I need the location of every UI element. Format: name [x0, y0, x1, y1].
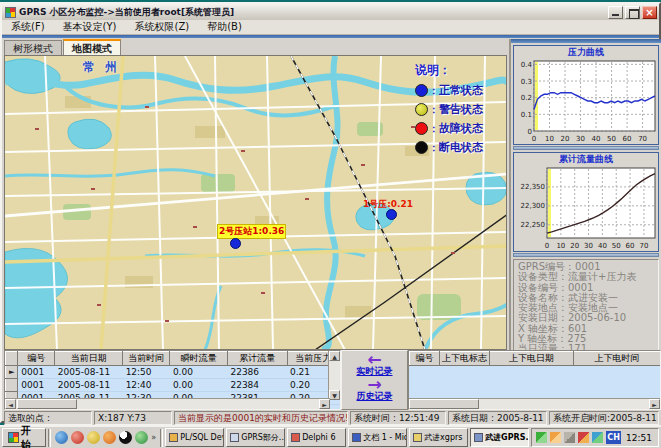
task-icon	[413, 433, 422, 442]
system-tray: CH 12:51	[531, 428, 659, 447]
svg-text:0.3: 0.3	[521, 78, 532, 86]
menu-system[interactable]: 系统(F)	[2, 20, 54, 34]
legend-item-normal: ： 正常状态	[415, 81, 507, 100]
scroll-left-icon[interactable]: ◄	[5, 399, 16, 409]
taskbar-task-gprs-doc[interactable]: GPRS部分....	[226, 428, 285, 447]
legend-item-warning: ： 警告状态	[415, 100, 507, 119]
svg-text:22,250: 22,250	[521, 221, 546, 229]
restore-icon[interactable]	[625, 6, 640, 19]
records-horizontal-scrollbar[interactable]: ◄ ►	[5, 398, 330, 409]
scroll-thumb[interactable]	[17, 399, 77, 409]
device-info-panel: GPRS编号：0001 设备类型：流量计+压力表 设备编号：0001 设备名称：…	[513, 259, 659, 353]
desktop: GPRS 小区分布监控->当前使用者root[系统管理员] × 系统(F) 基本…	[0, 0, 661, 448]
menu-help[interactable]: 帮助(B)	[198, 20, 251, 34]
svg-text:0: 0	[528, 128, 532, 136]
svg-text:0: 0	[545, 242, 549, 250]
legend-item-fault: ： 故障状态	[415, 119, 507, 138]
svg-text:70: 70	[638, 135, 647, 143]
flow-chart: 01020304050607022,25022,30022,350	[514, 165, 660, 250]
legend-title: 说明：	[415, 62, 507, 79]
status-bar: 选取的点： X:187 Y:73 当前显示的是0001的实时和历史记录情况! 系…	[4, 410, 661, 426]
tray-upload-icon[interactable]	[550, 432, 561, 443]
scroll-right-icon[interactable]: ►	[319, 399, 330, 409]
tray-sync-icon[interactable]	[536, 432, 547, 443]
task-icon	[291, 433, 300, 442]
task-icon	[352, 433, 361, 442]
taskbar-divider	[160, 429, 163, 447]
notes-icon[interactable]	[87, 431, 100, 444]
scroll-down-icon[interactable]: ▼	[329, 390, 340, 400]
ie-icon[interactable]	[55, 431, 68, 444]
realtime-arrow-icon[interactable]: ←	[342, 352, 407, 366]
svg-text:30: 30	[584, 242, 593, 250]
qq-icon[interactable]	[119, 431, 132, 444]
scroll-right-icon[interactable]: ►	[649, 399, 660, 409]
flow-chart-panel: 累计流量曲线 01020304050607022,25022,30022,350	[513, 152, 659, 252]
scroll-thumb[interactable]	[409, 399, 479, 409]
tray-volume-icon[interactable]	[564, 432, 575, 443]
map-city-label: 常州	[83, 59, 127, 76]
svg-text:50: 50	[612, 242, 621, 250]
taskbar-task-word-doc[interactable]: 文档 1 - Mic...	[348, 428, 407, 447]
taskbar-divider	[48, 429, 51, 447]
marker-label-station2[interactable]: 2号压站1:0.36	[217, 224, 286, 239]
svg-text:22,300: 22,300	[521, 202, 546, 210]
legend-item-poweroff: ： 断电状态	[415, 138, 507, 157]
title-bar[interactable]: GPRS 小区分布监控->当前使用者root[系统管理员] ×	[2, 4, 659, 20]
taskbar-task-delphi[interactable]: Delphi 6	[287, 428, 346, 447]
status-sys-date: 系统日期：2005-8-11	[448, 411, 547, 425]
svg-text:22,350: 22,350	[521, 183, 546, 191]
flashget-icon[interactable]	[135, 431, 148, 444]
records-table: 编号 当前日期 当前时间 瞬时流量 累计流量 当前压力 ► 00012005-0…	[4, 350, 341, 410]
tab-map-mode[interactable]: 地图模式	[63, 39, 121, 55]
svg-text:40: 40	[592, 135, 601, 143]
marker-dot-station2[interactable]	[230, 238, 241, 249]
power-header-row: 编号 上下电标志 上下电日期 上下电时间	[410, 352, 661, 366]
menu-bar: 系统(F) 基本设定(Y) 系统权限(Z) 帮助(B)	[2, 20, 659, 35]
taskbar-task-wujin-gprs[interactable]: 武进GPRS...	[470, 428, 529, 447]
svg-text:10: 10	[556, 242, 565, 250]
svg-text:0: 0	[532, 135, 536, 143]
status-message: 当前显示的是0001的实时和历史记录情况!	[174, 411, 348, 425]
media-player-icon[interactable]	[71, 431, 84, 444]
normal-status-icon	[415, 84, 428, 97]
firefox-icon[interactable]	[103, 431, 116, 444]
taskbar-clock: 12:51	[624, 433, 654, 443]
tray-antivirus-icon[interactable]	[578, 432, 589, 443]
minimize-icon[interactable]	[608, 6, 623, 19]
history-arrow-icon[interactable]: →	[342, 377, 407, 391]
tab-tree-mode[interactable]: 树形模式	[4, 40, 62, 55]
app-icon	[5, 7, 16, 18]
record-switch-panel: ← 实时记录 → 历史记录	[341, 350, 408, 410]
map-canvas[interactable]: 常州 说明： ： 正常状态 ： 警告状态	[4, 55, 507, 350]
power-horizontal-scrollbar[interactable]: ►	[409, 398, 660, 409]
fault-status-icon	[415, 122, 428, 135]
pressure-chart-title: 压力曲线	[514, 46, 658, 58]
menu-separator	[2, 35, 659, 38]
svg-text:0.1: 0.1	[521, 111, 532, 119]
warning-status-icon	[415, 103, 428, 116]
table-row[interactable]: 00012005-08-1112:40 0.00223840.20	[6, 379, 340, 392]
svg-text:20: 20	[561, 135, 570, 143]
history-records-button[interactable]: 历史记录	[342, 391, 407, 402]
taskbar-task-plsql[interactable]: PL/SQL Dev...	[165, 428, 224, 447]
quicklaunch-more-icon[interactable]: »	[151, 433, 156, 442]
records-header-row: 编号 当前日期 当前时间 瞬时流量 累计流量 当前压力	[6, 352, 340, 366]
map-legend: 说明： ： 正常状态 ： 警告状态 ：	[415, 62, 507, 157]
marker-dot-station1[interactable]	[386, 209, 397, 220]
records-vertical-scrollbar[interactable]: ▲ ▼	[328, 351, 340, 400]
close-icon[interactable]: ×	[642, 6, 657, 19]
table-row[interactable]: ► 00012005-08-1112:50 0.00223860.21	[6, 366, 340, 379]
language-indicator[interactable]: CH	[606, 431, 621, 444]
tray-msn-icon[interactable]	[592, 432, 603, 443]
start-button[interactable]: 开始	[2, 428, 46, 447]
pressure-chart-panel: 压力曲线 01020304050607000.10.20.30.4	[513, 45, 659, 145]
scroll-up-icon[interactable]: ▲	[329, 351, 340, 361]
taskbar-task-folder[interactable]: 武进xgprs	[409, 428, 468, 447]
flow-chart-title: 累计流量曲线	[514, 153, 658, 165]
task-icon	[169, 433, 178, 442]
status-coords: X:187 Y:73	[94, 411, 172, 425]
app-window: GPRS 小区分布监控->当前使用者root[系统管理员] × 系统(F) 基本…	[0, 2, 661, 423]
menu-basic-settings[interactable]: 基本设定(Y)	[54, 20, 126, 34]
menu-permissions[interactable]: 系统权限(Z)	[125, 20, 198, 34]
